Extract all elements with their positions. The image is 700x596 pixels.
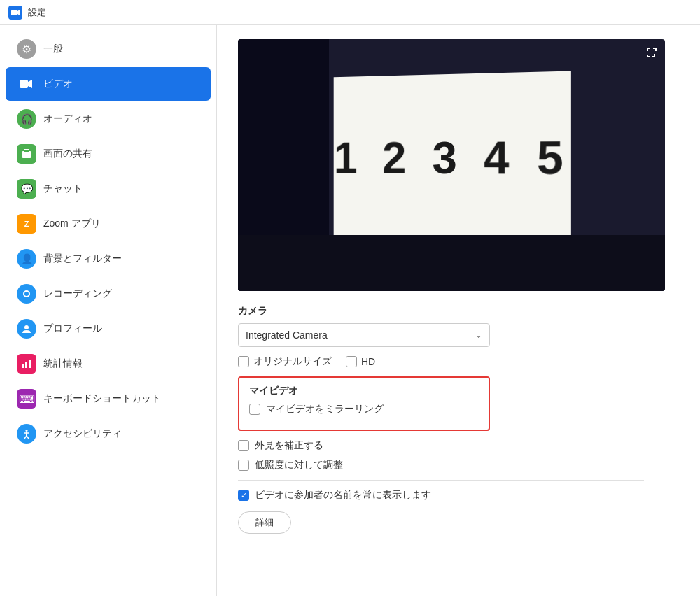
- hd-checkbox-item[interactable]: HD: [346, 356, 375, 367]
- keyboard-icon: ⌨: [17, 389, 36, 409]
- svg-rect-11: [22, 364, 24, 368]
- svg-rect-2: [20, 80, 28, 88]
- sidebar-label-audio: オーディオ: [43, 113, 92, 125]
- sidebar-label-stats: 統計情報: [43, 357, 83, 370]
- sidebar-item-audio[interactable]: 🎧 オーディオ: [6, 102, 211, 136]
- lowlight-label: 低照度に対して調整: [255, 459, 343, 471]
- original-size-checkbox-item[interactable]: オリジナルサイズ: [238, 355, 332, 368]
- svg-rect-7: [24, 150, 29, 152]
- show-name-checkbox[interactable]: ✓: [238, 490, 249, 501]
- sidebar-label-access: アクセシビリティ: [43, 427, 122, 440]
- sidebar-label-rec: レコーディング: [43, 288, 112, 300]
- sidebar-label-profile: プロフィール: [43, 322, 102, 335]
- camera-label: カメラ: [238, 305, 679, 318]
- sidebar-item-share[interactable]: 画面の共有: [6, 137, 211, 171]
- details-button[interactable]: 詳細: [238, 511, 291, 534]
- sidebar: ⚙ 一般 ビデオ 🎧 オーディオ: [0, 25, 217, 596]
- svg-rect-13: [29, 360, 31, 368]
- svg-rect-0: [11, 10, 18, 15]
- video-icon: [17, 74, 36, 94]
- sidebar-item-zoom[interactable]: Z Zoom アプリ: [6, 207, 211, 241]
- content-area: 1 2 3 4 5 カメラ Integrated Camera ⌄ オリジナルサ…: [217, 25, 700, 596]
- camera-preview: 1 2 3 4 5: [238, 39, 665, 291]
- sidebar-label-bg: 背景とフィルター: [43, 253, 122, 265]
- sidebar-item-profile[interactable]: プロフィール: [6, 312, 211, 346]
- preview-paper: 1 2 3 4 5: [334, 71, 571, 245]
- appearance-checkbox-item[interactable]: 外見を補正する: [238, 439, 679, 452]
- lowlight-checkbox-item[interactable]: 低照度に対して調整: [238, 459, 679, 471]
- sidebar-item-access[interactable]: アクセシビリティ: [6, 417, 211, 450]
- record-icon: [17, 284, 36, 304]
- sidebar-label-share: 画面の共有: [43, 148, 92, 160]
- sidebar-label-zoom: Zoom アプリ: [43, 218, 101, 230]
- svg-marker-3: [28, 80, 32, 88]
- sidebar-label-general: 一般: [43, 43, 63, 55]
- chat-icon: 💬: [17, 179, 36, 199]
- appearance-label: 外見を補正する: [255, 439, 323, 452]
- main-layout: ⚙ 一般 ビデオ 🎧 オーディオ: [0, 25, 700, 596]
- sidebar-item-general[interactable]: ⚙ 一般: [6, 32, 211, 66]
- svg-line-18: [27, 436, 29, 439]
- fullscreen-icon[interactable]: [645, 46, 658, 62]
- chevron-down-icon: ⌄: [475, 330, 482, 340]
- divider: [238, 480, 644, 481]
- mirror-label: マイビデオをミラーリング: [266, 403, 384, 416]
- original-size-label: オリジナルサイズ: [253, 355, 332, 368]
- zoom-icon: Z: [17, 214, 36, 234]
- svg-marker-1: [18, 10, 20, 15]
- sidebar-label-video: ビデオ: [43, 78, 73, 90]
- sidebar-item-keyboard[interactable]: ⌨ キーボードショートカット: [6, 382, 211, 416]
- svg-point-14: [26, 430, 28, 432]
- mirror-checkbox[interactable]: [249, 404, 260, 415]
- sidebar-label-keyboard: キーボードショートカット: [43, 392, 161, 405]
- my-video-section: マイビデオ マイビデオをミラーリング: [238, 376, 490, 431]
- sidebar-label-chat: チャット: [43, 183, 83, 195]
- sidebar-item-stats[interactable]: 統計情報: [6, 347, 211, 381]
- svg-point-10: [24, 325, 29, 329]
- svg-point-9: [24, 292, 29, 296]
- sidebar-item-chat[interactable]: 💬 チャット: [6, 172, 211, 206]
- show-name-checkbox-item[interactable]: ✓ ビデオに参加者の名前を常に表示します: [238, 489, 679, 502]
- original-size-checkbox[interactable]: [238, 356, 249, 367]
- hd-label: HD: [361, 356, 375, 367]
- camera-dropdown-value: Integrated Camera: [246, 329, 328, 341]
- profile-icon: [17, 319, 36, 339]
- background-icon: 👤: [17, 249, 36, 269]
- my-video-title: マイビデオ: [249, 385, 479, 397]
- hd-checkbox[interactable]: [346, 356, 357, 367]
- lowlight-checkbox[interactable]: [238, 460, 249, 471]
- headphone-icon: 🎧: [17, 109, 36, 129]
- sidebar-item-rec[interactable]: レコーディング: [6, 277, 211, 311]
- app-icon: [8, 6, 22, 20]
- appearance-checkbox[interactable]: [238, 440, 249, 451]
- sidebar-item-bg[interactable]: 👤 背景とフィルター: [6, 242, 211, 276]
- title-bar: 設定: [0, 0, 700, 25]
- camera-dropdown[interactable]: Integrated Camera ⌄: [238, 323, 490, 347]
- share-icon: [17, 144, 36, 164]
- sidebar-item-video[interactable]: ビデオ: [6, 67, 211, 101]
- svg-rect-12: [25, 362, 27, 368]
- stats-icon: [17, 354, 36, 374]
- accessibility-icon: [17, 424, 36, 444]
- mirror-checkbox-item[interactable]: マイビデオをミラーリング: [249, 403, 479, 416]
- gear-icon: ⚙: [17, 39, 36, 59]
- title-bar-title: 設定: [28, 6, 46, 19]
- show-name-label: ビデオに参加者の名前を常に表示します: [255, 489, 431, 502]
- preview-numbers: 1 2 3 4 5: [334, 132, 570, 185]
- preview-dark-bottom: [238, 235, 665, 291]
- size-options-row: オリジナルサイズ HD: [238, 355, 679, 368]
